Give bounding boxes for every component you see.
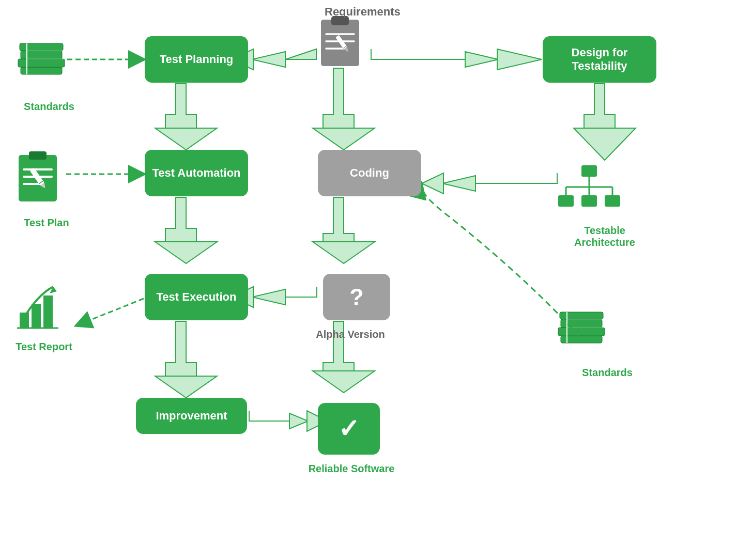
svg-marker-68	[313, 371, 375, 393]
svg-marker-56	[497, 49, 542, 70]
svg-rect-16	[32, 304, 41, 328]
svg-marker-57	[323, 68, 354, 128]
improvement-box: Improvement	[136, 398, 247, 434]
svg-marker-58	[313, 128, 375, 150]
testable-arch-label: TestableArchitecture	[563, 225, 646, 248]
test-execution-box: Test Execution	[145, 274, 248, 320]
svg-marker-65	[252, 287, 317, 305]
svg-marker-48	[155, 128, 217, 150]
svg-rect-38	[558, 328, 605, 336]
svg-marker-69	[249, 411, 308, 429]
test-automation-box: Test Automation	[145, 150, 248, 196]
diagram-container: Test Planning Test Automation Test Execu…	[0, 0, 737, 560]
svg-marker-51	[165, 321, 196, 376]
standards-bottom-label: Standards	[566, 367, 649, 379]
svg-marker-47	[165, 84, 196, 128]
svg-marker-63	[323, 197, 354, 242]
svg-marker-61	[442, 173, 557, 191]
coding-box: Coding	[318, 150, 421, 196]
svg-rect-8	[29, 151, 47, 160]
svg-rect-40	[560, 312, 603, 319]
svg-line-46	[76, 299, 144, 325]
test-planning-box: Test Planning	[145, 36, 248, 83]
svg-marker-55	[371, 49, 498, 67]
svg-rect-34	[581, 195, 597, 207]
test-plan-label: Test Plan	[16, 217, 78, 229]
svg-marker-52	[155, 376, 217, 398]
reliable-software-label: Reliable Software	[297, 463, 406, 475]
svg-rect-17	[43, 295, 53, 328]
requirements-label: Requirements	[325, 5, 401, 19]
reliable-software-box: ✓	[318, 403, 380, 455]
svg-marker-62	[422, 173, 443, 194]
svg-rect-28	[581, 165, 597, 177]
alpha-version-box: ?	[323, 274, 390, 320]
svg-marker-49	[165, 197, 196, 242]
svg-rect-36	[605, 195, 620, 207]
svg-marker-60	[574, 128, 636, 160]
svg-rect-15	[20, 313, 29, 328]
svg-rect-1	[18, 59, 65, 67]
design-testability-box: Design forTestability	[543, 36, 656, 83]
standards-top-label: Standards	[18, 101, 80, 113]
svg-rect-3	[20, 43, 63, 51]
svg-marker-59	[584, 84, 615, 128]
test-report-label: Test Report	[10, 341, 78, 353]
svg-marker-50	[155, 242, 217, 263]
svg-marker-64	[313, 242, 375, 263]
svg-rect-32	[558, 195, 574, 207]
svg-marker-53	[252, 49, 316, 67]
alpha-version-label: Alpha Version	[304, 329, 397, 340]
